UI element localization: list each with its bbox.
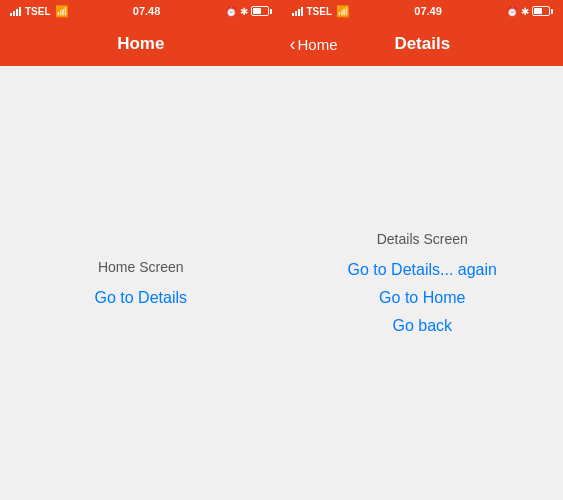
signal-bar-3 [16,9,18,16]
battery-tip [270,9,272,14]
time-display: 07.48 [133,5,161,17]
details-screen: TSEL 📶 07.49 ⏰ ✱ ‹ Home Details Details … [282,0,564,500]
status-bar-right-left-info: TSEL 📶 [292,5,351,18]
bluetooth-icon: ✱ [240,6,248,17]
signal-bar-r4 [301,7,303,16]
battery-icon [251,6,272,16]
details-screen-label: Details Screen [377,231,468,247]
signal-bar-r1 [292,13,294,16]
home-nav-bar: Home [0,22,282,66]
details-nav-bar: ‹ Home Details [282,22,564,66]
wifi-icon-right: 📶 [336,5,350,18]
battery-tip-right [551,9,553,14]
alarm-icon: ⏰ [225,6,237,17]
battery-fill-right [534,8,542,14]
signal-bars-icon-right [292,6,303,16]
go-back-link[interactable]: Go back [392,317,452,335]
battery-body [251,6,269,16]
status-bar-right-screen: TSEL 📶 07.49 ⏰ ✱ [282,0,564,22]
home-screen-content: Home Screen Go to Details [0,66,282,500]
back-label: Home [298,36,338,53]
signal-bar-r2 [295,11,297,16]
signal-bars-icon [10,6,21,16]
signal-bar-1 [10,13,12,16]
signal-bar-2 [13,11,15,16]
alarm-icon-right: ⏰ [506,6,518,17]
bluetooth-icon-right: ✱ [521,6,529,17]
battery-fill [253,8,261,14]
home-screen: TSEL 📶 07.48 ⏰ ✱ Home Home Screen Go to … [0,0,282,500]
wifi-icon: 📶 [55,5,69,18]
signal-bar-r3 [298,9,300,16]
battery-body-right [532,6,550,16]
time-display-right: 07.49 [414,5,442,17]
details-nav-title: Details [394,34,450,54]
signal-bar-4 [19,7,21,16]
carrier-name: TSEL [25,6,51,17]
status-bar-left-screen: TSEL 📶 07.48 ⏰ ✱ [0,0,282,22]
status-bar-right-right-info: ⏰ ✱ [506,6,553,17]
home-screen-label: Home Screen [98,259,184,275]
battery-icon-right [532,6,553,16]
status-bar-right-info: ⏰ ✱ [225,6,272,17]
details-screen-content: Details Screen Go to Details... again Go… [282,66,564,500]
status-bar-left-info: TSEL 📶 [10,5,69,18]
home-nav-title: Home [117,34,164,54]
go-to-details-again-link[interactable]: Go to Details... again [348,261,497,279]
chevron-left-icon: ‹ [290,35,296,53]
carrier-name-right: TSEL [307,6,333,17]
go-to-details-link[interactable]: Go to Details [95,289,187,307]
go-to-home-link[interactable]: Go to Home [379,289,465,307]
back-button[interactable]: ‹ Home [290,35,338,53]
